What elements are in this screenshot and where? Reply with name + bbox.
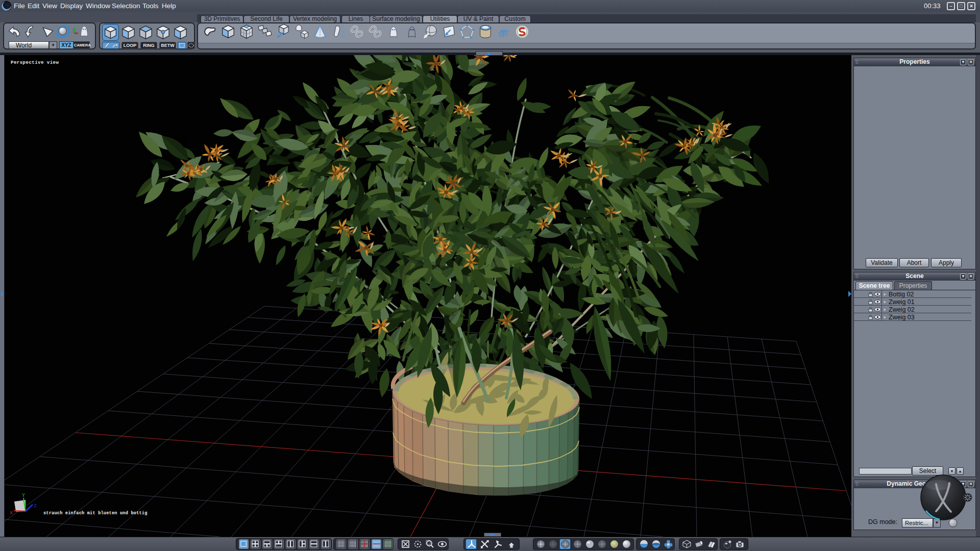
svg-text:strauch einfach mit blueten un: strauch einfach mit blueten und bottig xyxy=(43,511,148,516)
svg-text:Perspective view: Perspective view xyxy=(11,60,59,65)
svg-text:x: x xyxy=(10,510,13,516)
svg-text:Y: Y xyxy=(22,493,25,498)
svg-text:z: z xyxy=(34,503,37,509)
